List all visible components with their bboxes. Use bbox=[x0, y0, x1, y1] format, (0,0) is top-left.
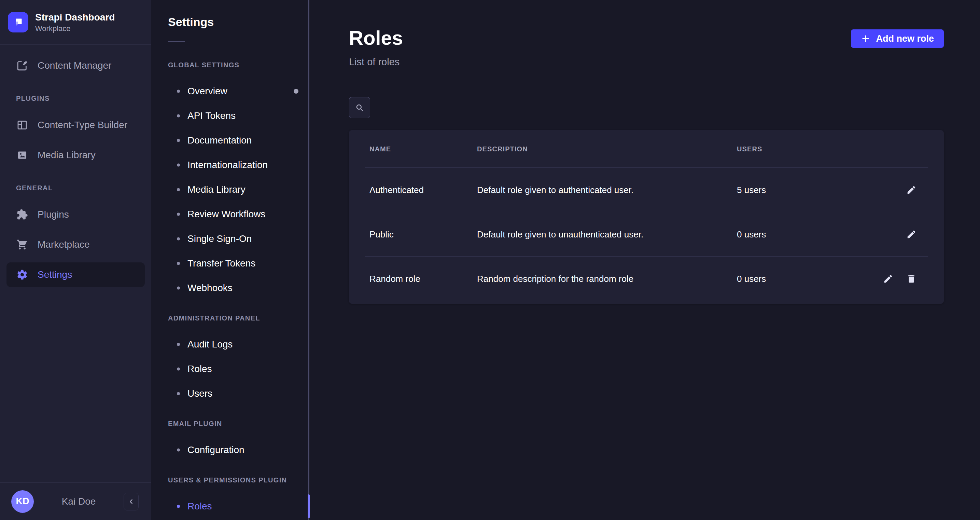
edit-role-button[interactable] bbox=[906, 185, 916, 195]
subnav-item-label: Overview bbox=[188, 86, 228, 97]
plus-icon bbox=[861, 34, 870, 43]
row-actions bbox=[906, 229, 916, 239]
edit-role-button[interactable] bbox=[906, 229, 916, 239]
nav-item-marketplace[interactable]: Marketplace bbox=[6, 232, 145, 257]
subnav-item-documentation[interactable]: Documentation bbox=[151, 128, 310, 153]
subnav-item-overview[interactable]: Overview bbox=[151, 79, 310, 104]
subnav-title: Settings bbox=[151, 0, 310, 29]
puzzle-piece-icon bbox=[16, 208, 28, 221]
subnav-item-label: Configuration bbox=[188, 445, 245, 455]
nav-section-general: GENERAL bbox=[16, 184, 142, 192]
nav-item-settings[interactable]: Settings bbox=[6, 262, 145, 287]
page-title: Roles bbox=[349, 27, 403, 49]
role-description: Default role given to unauthenticated us… bbox=[477, 229, 737, 240]
subnav-item-label: API Tokens bbox=[188, 110, 235, 121]
brand-title: Strapi Dashboard bbox=[35, 12, 115, 23]
gear-icon bbox=[16, 268, 28, 281]
settings-subnav: Settings GLOBAL SETTINGS Overview API To… bbox=[151, 0, 310, 520]
brand[interactable]: Strapi Dashboard Workplace bbox=[0, 0, 151, 45]
strapi-logo-icon bbox=[8, 12, 28, 32]
subnav-item-label: Roles bbox=[188, 501, 212, 512]
subnav-section-users-permissions-plugin: USERS & PERMISSIONS PLUGIN bbox=[168, 476, 303, 484]
pencil-icon bbox=[906, 229, 916, 239]
content-manager-icon bbox=[16, 59, 28, 72]
table-row[interactable]: Public Default role given to unauthentic… bbox=[349, 212, 944, 257]
search-button[interactable] bbox=[349, 97, 370, 118]
delete-role-button[interactable] bbox=[906, 274, 916, 284]
role-description: Random description for the random role bbox=[477, 274, 737, 284]
main-sidebar: Strapi Dashboard Workplace Content Manag… bbox=[0, 0, 151, 520]
role-users-count: 5 users bbox=[737, 185, 906, 195]
subnav-item-label: Internationalization bbox=[188, 160, 268, 171]
page-subtitle: List of roles bbox=[349, 56, 399, 68]
subnav-item-api-tokens[interactable]: API Tokens bbox=[151, 104, 310, 128]
subnav-section-email-plugin: EMAIL PLUGIN bbox=[168, 420, 303, 428]
nav-item-plugins[interactable]: Plugins bbox=[6, 202, 145, 227]
nav-item-label: Content-Type Builder bbox=[38, 120, 127, 131]
subnav-section-global-settings: GLOBAL SETTINGS bbox=[168, 61, 303, 69]
role-users-count: 0 users bbox=[737, 274, 883, 284]
subnav-item-label: Users bbox=[188, 388, 212, 399]
subnav-item-label: Single Sign-On bbox=[188, 233, 252, 244]
edit-role-button[interactable] bbox=[883, 274, 893, 284]
column-header-description: DESCRIPTION bbox=[477, 145, 737, 153]
subnav-item-webhooks[interactable]: Webhooks bbox=[151, 276, 310, 300]
subnav-scrollbar-thumb[interactable] bbox=[308, 494, 310, 518]
subnav-item-label: Roles bbox=[188, 364, 212, 375]
role-description: Default role given to authenticated user… bbox=[477, 185, 737, 195]
search-icon bbox=[355, 103, 364, 112]
subnav-item-review-workflows[interactable]: Review Workflows bbox=[151, 202, 310, 227]
nav-item-label: Settings bbox=[38, 269, 72, 280]
nav-item-label: Media Library bbox=[38, 150, 95, 161]
subnav-item-label: Webhooks bbox=[188, 282, 232, 293]
pencil-icon bbox=[906, 185, 916, 195]
roles-table: NAME DESCRIPTION USERS Authenticated Def… bbox=[349, 130, 944, 304]
subnav-divider bbox=[168, 41, 185, 41]
add-new-role-button[interactable]: Add new role bbox=[851, 29, 944, 48]
role-users-count: 0 users bbox=[737, 229, 906, 240]
subnav-item-single-sign-on[interactable]: Single Sign-On bbox=[151, 227, 310, 251]
main-content: Roles List of roles Add new role NAME DE… bbox=[310, 0, 980, 520]
subnav-section-administration-panel: ADMINISTRATION PANEL bbox=[168, 314, 303, 322]
subnav-item-label: Audit Logs bbox=[188, 339, 232, 350]
table-row[interactable]: Random role Random description for the r… bbox=[349, 257, 944, 301]
sidebar-footer: KD Kai Doe bbox=[0, 482, 151, 520]
column-header-name: NAME bbox=[369, 145, 477, 153]
column-header-users: USERS bbox=[737, 145, 916, 153]
chevron-left-icon bbox=[127, 497, 135, 506]
subnav-item-internationalization[interactable]: Internationalization bbox=[151, 153, 310, 177]
trash-icon bbox=[906, 274, 916, 284]
shopping-cart-icon bbox=[16, 238, 28, 251]
content-type-builder-icon bbox=[16, 119, 28, 131]
subnav-item-admin-roles[interactable]: Roles bbox=[151, 357, 310, 381]
subnav-item-label: Review Workflows bbox=[188, 209, 265, 220]
nav-item-label: Plugins bbox=[38, 209, 69, 220]
subnav-item-audit-logs[interactable]: Audit Logs bbox=[151, 332, 310, 357]
pencil-icon bbox=[883, 274, 893, 284]
subnav-item-transfer-tokens[interactable]: Transfer Tokens bbox=[151, 251, 310, 276]
role-name: Public bbox=[369, 229, 477, 240]
row-actions bbox=[883, 274, 916, 284]
media-library-icon bbox=[16, 149, 28, 161]
table-header-row: NAME DESCRIPTION USERS bbox=[349, 130, 944, 168]
subnav-item-up-roles[interactable]: Roles bbox=[151, 494, 310, 518]
subnav-item-label: Media Library bbox=[188, 184, 245, 195]
nav-section-plugins: PLUGINS bbox=[16, 94, 142, 102]
overview-notification-dot bbox=[294, 89, 298, 94]
subnav-item-media-library[interactable]: Media Library bbox=[151, 177, 310, 202]
subnav-item-users[interactable]: Users bbox=[151, 381, 310, 406]
nav-item-content-manager[interactable]: Content Manager bbox=[6, 53, 145, 78]
subnav-item-configuration[interactable]: Configuration bbox=[151, 438, 310, 462]
nav-item-label: Content Manager bbox=[38, 60, 111, 71]
row-actions bbox=[906, 185, 916, 195]
table-row[interactable]: Authenticated Default role given to auth… bbox=[349, 168, 944, 212]
main-nav-list: Content Manager PLUGINS Content-Type Bui… bbox=[0, 45, 151, 482]
brand-text: Strapi Dashboard Workplace bbox=[35, 12, 115, 33]
role-name: Authenticated bbox=[369, 185, 477, 195]
nav-item-content-type-builder[interactable]: Content-Type Builder bbox=[6, 113, 145, 137]
nav-item-media-library[interactable]: Media Library bbox=[6, 143, 145, 167]
subnav-scrollbar-track[interactable] bbox=[308, 0, 309, 520]
add-new-role-label: Add new role bbox=[876, 33, 934, 44]
avatar[interactable]: KD bbox=[11, 490, 34, 513]
collapse-sidebar-button[interactable] bbox=[124, 493, 138, 510]
